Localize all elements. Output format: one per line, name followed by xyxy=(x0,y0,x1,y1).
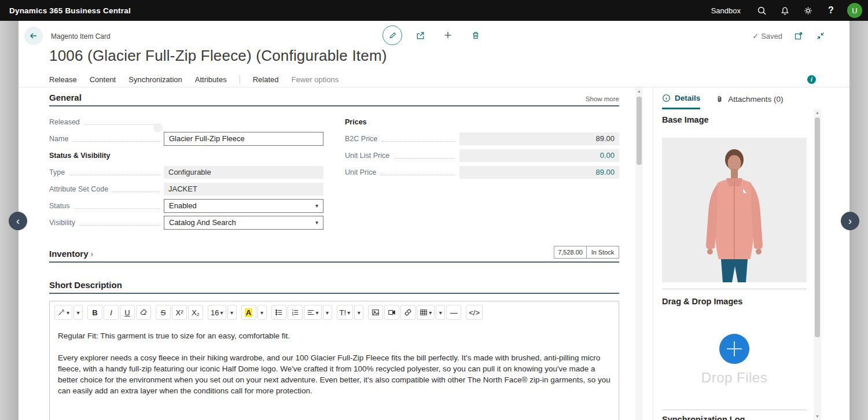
code-view-button[interactable]: </> xyxy=(466,305,483,320)
numbered-list-icon[interactable] xyxy=(288,305,303,320)
general-section-header: General Show more xyxy=(49,93,619,106)
tab-details[interactable]: Details xyxy=(662,94,700,109)
paragraph-format-dropdown[interactable]: T!▾ xyxy=(337,305,354,320)
insert-table-icon[interactable]: ▾ xyxy=(417,305,435,320)
tab-related[interactable]: Related xyxy=(253,75,279,84)
font-size-dropdown[interactable]: 16▾ xyxy=(208,305,226,320)
subscript-button[interactable]: X₂ xyxy=(188,305,203,320)
tab-synchronization[interactable]: Synchronization xyxy=(128,75,182,84)
settings-gear-icon[interactable] xyxy=(799,1,817,20)
underline-button[interactable]: U xyxy=(120,305,135,320)
inventory-quantity-tile[interactable]: 7,528.00 xyxy=(554,246,587,259)
visibility-select[interactable]: Catalog And Search ▾ xyxy=(164,216,323,230)
font-color-button[interactable]: A xyxy=(241,305,256,320)
factbox-tabs: Details Attachments (0) xyxy=(662,94,784,109)
drop-files-zone[interactable]: Drop Files xyxy=(662,319,807,403)
notifications-bell-icon[interactable] xyxy=(775,1,794,20)
short-description-text[interactable]: Regular Fit: This garment is true to siz… xyxy=(50,323,619,403)
general-right-column: Prices B2C Price 89.00 Unit List Price 0… xyxy=(345,113,619,231)
show-more-link[interactable]: Show more xyxy=(586,95,619,102)
factbox-scrollbar[interactable]: ▲ ▼ xyxy=(814,109,821,420)
unit-price-field: Unit Price 89.00 xyxy=(345,164,619,180)
info-icon[interactable]: i xyxy=(807,75,816,84)
short-description-title[interactable]: Short Description xyxy=(49,280,122,290)
attribute-set-code-field: Attribute Set Code JACKET xyxy=(49,180,323,197)
user-avatar[interactable]: U xyxy=(847,3,862,18)
add-files-plus-icon[interactable] xyxy=(719,334,749,364)
factbox-divider xyxy=(662,289,807,289)
inventory-section-header: Inventory› 7,528.00 In Stock xyxy=(49,246,619,263)
horizontal-rule-button[interactable]: — xyxy=(446,305,461,320)
insert-table-caret[interactable]: ▾ xyxy=(436,305,445,320)
scroll-up-icon[interactable]: ▲ xyxy=(635,87,643,95)
editor-toolbar: ▾ ▾ B I U S X² X₂ 16 xyxy=(50,301,619,323)
insert-video-icon[interactable] xyxy=(384,305,399,320)
action-menu: Release Content Synchronization Attribut… xyxy=(19,72,849,87)
b2c-price-field: B2C Price 89.00 xyxy=(345,130,619,147)
inventory-status-tile[interactable]: In Stock xyxy=(587,246,619,259)
open-in-new-window-icon[interactable] xyxy=(793,30,804,42)
drop-files-label: Drop Files xyxy=(662,370,807,386)
b2c-price-value: 89.00 xyxy=(459,132,619,145)
base-image[interactable] xyxy=(662,138,807,282)
description-paragraph-1: Regular Fit: This garment is true to siz… xyxy=(58,330,610,341)
align-icon[interactable]: ▾ xyxy=(304,305,322,320)
tab-attributes[interactable]: Attributes xyxy=(195,75,227,84)
next-record-button[interactable]: › xyxy=(841,212,859,230)
back-button[interactable] xyxy=(24,27,43,45)
tab-attachments[interactable]: Attachments (0) xyxy=(715,94,783,109)
type-value: Configurable xyxy=(164,166,323,179)
rich-text-editor: ▾ ▾ B I U S X² X₂ 16 xyxy=(49,301,619,420)
unit-price-value[interactable]: 89.00 xyxy=(459,166,619,179)
save-status: ✓ Saved xyxy=(752,32,782,40)
scroll-up-icon[interactable]: ▲ xyxy=(814,109,821,116)
bold-button[interactable]: B xyxy=(87,305,102,320)
insert-link-icon[interactable] xyxy=(400,305,415,320)
chevron-down-icon: ▾ xyxy=(315,219,318,226)
new-record-button[interactable]: + xyxy=(438,25,458,45)
scroll-thumb[interactable] xyxy=(815,117,820,337)
paragraph-format-caret[interactable]: ▾ xyxy=(354,305,363,320)
collapse-page-icon[interactable] xyxy=(815,30,826,42)
strikethrough-button[interactable]: S xyxy=(156,305,171,320)
status-select[interactable]: Enabled ▾ xyxy=(164,199,323,213)
item-card-page: Magento Item Card + ✓ Saved xyxy=(19,21,849,420)
clear-format-eraser-icon[interactable] xyxy=(136,305,151,320)
bullet-list-icon[interactable] xyxy=(271,305,286,320)
general-section-title[interactable]: General xyxy=(49,93,82,102)
inventory-section-title[interactable]: Inventory› xyxy=(49,249,93,259)
edit-pencil-button[interactable] xyxy=(382,25,402,45)
magic-format-icon[interactable]: ▾ xyxy=(54,305,72,320)
font-color-caret[interactable]: ▾ xyxy=(258,305,267,320)
menu-divider xyxy=(240,75,240,84)
name-input[interactable] xyxy=(164,132,323,146)
magic-format-dropdown[interactable]: ▾ xyxy=(73,305,83,320)
scroll-thumb[interactable] xyxy=(637,97,642,165)
status-visibility-subheading: Status & Visibility xyxy=(49,147,323,164)
card-content-pane: General Show more Released Name Status &… xyxy=(19,87,635,420)
environment-label[interactable]: Sandbox xyxy=(711,6,741,15)
search-icon[interactable] xyxy=(752,1,771,20)
help-icon[interactable]: ? xyxy=(822,1,840,20)
insert-image-icon[interactable] xyxy=(368,305,383,320)
chevron-down-icon: ▾ xyxy=(315,202,318,209)
visibility-field: Visibility Catalog And Search ▾ xyxy=(49,214,323,231)
share-button[interactable] xyxy=(410,25,430,45)
main-scrollbar[interactable]: ▲ xyxy=(635,87,643,420)
fewer-options-button[interactable]: Fewer options xyxy=(291,75,339,84)
app-title[interactable]: Dynamics 365 Business Central xyxy=(9,6,131,15)
superscript-button[interactable]: X² xyxy=(172,305,187,320)
tab-release[interactable]: Release xyxy=(49,75,77,84)
italic-button[interactable]: I xyxy=(104,305,119,320)
description-paragraph-2: Every explorer needs a cosy fleece in th… xyxy=(58,352,610,396)
align-caret[interactable]: ▾ xyxy=(323,305,332,320)
unit-list-price-value[interactable]: 0.00 xyxy=(459,149,619,162)
font-size-caret[interactable]: ▾ xyxy=(227,305,237,320)
previous-record-button[interactable]: ‹ xyxy=(9,212,27,230)
scroll-down-icon[interactable]: ▼ xyxy=(814,412,821,420)
attribute-set-code-value: JACKET xyxy=(164,183,323,196)
top-navigation-bar: Dynamics 365 Business Central Sandbox ? … xyxy=(0,0,868,21)
type-field: Type Configurable xyxy=(49,164,323,180)
tab-content[interactable]: Content xyxy=(90,75,116,84)
delete-trash-button[interactable] xyxy=(466,25,486,45)
